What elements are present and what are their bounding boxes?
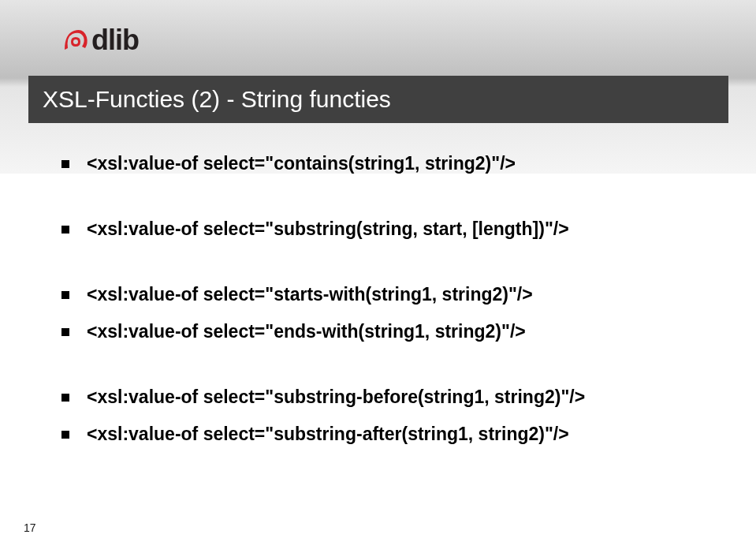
bullet-text: <xsl:value-of select="substring(string, …: [87, 217, 569, 241]
bullet-text: <xsl:value-of select="ends-with(string1,…: [87, 319, 526, 344]
logo: dlib: [61, 24, 139, 57]
bullet-item: <xsl:value-of select="contains(string1, …: [61, 151, 708, 176]
bullet-icon: [61, 328, 69, 336]
bullet-item: <xsl:value-of select="starts-with(string…: [61, 282, 708, 307]
bullet-icon: [61, 394, 69, 402]
bullet-text: <xsl:value-of select="substring-after(st…: [87, 422, 569, 447]
bullet-icon: [61, 226, 69, 234]
bullet-text: <xsl:value-of select="substring-before(s…: [87, 385, 585, 409]
logo-text: dlib: [91, 24, 139, 57]
title-bar: XSL-Functies (2) - String functies: [28, 76, 728, 123]
bullet-icon: [61, 431, 69, 439]
bullet-icon: [61, 291, 69, 299]
bullet-text: <xsl:value-of select="starts-with(string…: [87, 282, 533, 307]
bullet-item: <xsl:value-of select="substring-before(s…: [61, 385, 708, 409]
bullet-item: <xsl:value-of select="substring-after(st…: [61, 422, 708, 447]
bullet-icon: [61, 160, 69, 168]
bullet-item: <xsl:value-of select="ends-with(string1,…: [61, 319, 708, 344]
bullet-item: <xsl:value-of select="substring(string, …: [61, 217, 708, 241]
slide-title: XSL-Functies (2) - String functies: [43, 86, 391, 113]
bullet-text: <xsl:value-of select="contains(string1, …: [87, 151, 516, 176]
slide-content: <xsl:value-of select="contains(string1, …: [61, 151, 708, 459]
page-number: 17: [24, 521, 36, 534]
logo-icon: [61, 26, 90, 54]
